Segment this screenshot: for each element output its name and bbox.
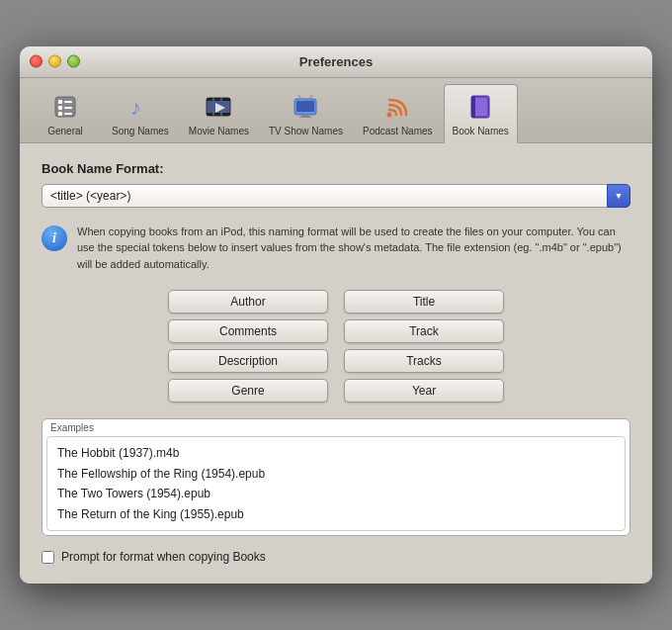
svg-rect-3: [58, 106, 62, 110]
minimize-button[interactable]: [48, 55, 61, 68]
general-icon: [49, 91, 81, 123]
svg-rect-5: [58, 112, 62, 116]
svg-rect-1: [58, 100, 62, 104]
prompt-checkbox[interactable]: [42, 551, 54, 564]
maximize-button[interactable]: [67, 55, 80, 68]
token-track[interactable]: Track: [344, 319, 504, 343]
toolbar-item-tv-show-names[interactable]: TV Show Names: [260, 84, 352, 142]
info-icon: i: [42, 225, 67, 251]
toolbar-label-book-names: Book Names: [453, 126, 509, 136]
token-genre[interactable]: Genre: [168, 379, 328, 403]
preferences-window: Preferences General ♪: [20, 46, 652, 584]
section-title: Book Name Format:: [42, 161, 630, 176]
toolbar-label-general: General: [47, 126, 83, 136]
svg-rect-2: [64, 101, 72, 103]
toolbar-item-general[interactable]: General: [30, 84, 101, 142]
tokens-grid: Author Title Comments Track Description …: [168, 290, 504, 403]
example-item-3: The Return of the King (1955).epub: [57, 504, 615, 524]
token-year[interactable]: Year: [344, 379, 504, 403]
info-box: i When copying books from an iPod, this …: [42, 220, 630, 277]
format-dropdown-container: <title> (<year>): [42, 184, 630, 208]
svg-text:♪: ♪: [130, 95, 141, 120]
info-text: When copying books from an iPod, this na…: [77, 224, 630, 273]
svg-rect-25: [471, 96, 475, 118]
svg-rect-6: [64, 113, 72, 115]
toolbar-label-podcast-names: Podcast Names: [363, 126, 433, 136]
svg-rect-4: [64, 107, 72, 109]
toolbar-label-song-names: Song Names: [112, 126, 169, 136]
book-names-icon: [464, 91, 496, 123]
toolbar-label-movie-names: Movie Names: [189, 126, 249, 136]
podcast-names-icon: [381, 91, 413, 123]
toolbar-item-podcast-names[interactable]: Podcast Names: [354, 84, 442, 142]
window-title: Preferences: [299, 54, 373, 69]
song-names-icon: ♪: [125, 91, 156, 123]
svg-rect-11: [222, 98, 230, 101]
toolbar: General ♪ Song Names: [20, 78, 652, 143]
examples-header: Examples: [42, 419, 630, 436]
examples-container: Examples The Hobbit (1937).m4b The Fello…: [42, 418, 630, 536]
svg-rect-19: [299, 117, 311, 118]
format-dropdown[interactable]: <title> (<year>): [42, 184, 630, 208]
svg-rect-14: [222, 113, 230, 116]
toolbar-item-song-names[interactable]: ♪ Song Names: [103, 84, 178, 142]
svg-rect-12: [207, 113, 212, 116]
toolbar-item-book-names[interactable]: Book Names: [444, 84, 518, 143]
token-description[interactable]: Description: [168, 349, 328, 373]
tv-show-names-icon: [290, 91, 321, 123]
svg-line-21: [309, 95, 312, 99]
token-title[interactable]: Title: [344, 290, 504, 314]
svg-point-22: [387, 112, 392, 117]
example-item-1: The Fellowship of the Ring (1954).epub: [57, 464, 615, 484]
toolbar-item-movie-names[interactable]: Movie Names: [180, 84, 258, 142]
example-item-2: The Two Towers (1954).epub: [57, 484, 615, 503]
svg-rect-10: [214, 98, 220, 101]
checkbox-row: Prompt for format when copying Books: [42, 550, 630, 564]
svg-rect-13: [214, 113, 220, 116]
svg-rect-17: [296, 101, 314, 112]
title-bar: Preferences: [20, 46, 652, 78]
example-item-0: The Hobbit (1937).m4b: [57, 443, 615, 463]
token-comments[interactable]: Comments: [168, 319, 328, 343]
token-tracks[interactable]: Tracks: [344, 349, 504, 373]
svg-rect-9: [207, 98, 212, 101]
traffic-lights: [30, 55, 80, 68]
movie-names-icon: [203, 91, 234, 123]
toolbar-label-tv-show-names: TV Show Names: [269, 126, 343, 136]
token-author[interactable]: Author: [168, 290, 328, 314]
svg-rect-24: [473, 98, 487, 116]
content-area: Book Name Format: <title> (<year>) i Whe…: [20, 143, 652, 584]
svg-rect-18: [301, 115, 309, 117]
close-button[interactable]: [30, 55, 42, 68]
svg-line-20: [298, 95, 301, 99]
examples-inner: The Hobbit (1937).m4b The Fellowship of …: [46, 436, 626, 531]
prompt-label: Prompt for format when copying Books: [61, 550, 266, 564]
